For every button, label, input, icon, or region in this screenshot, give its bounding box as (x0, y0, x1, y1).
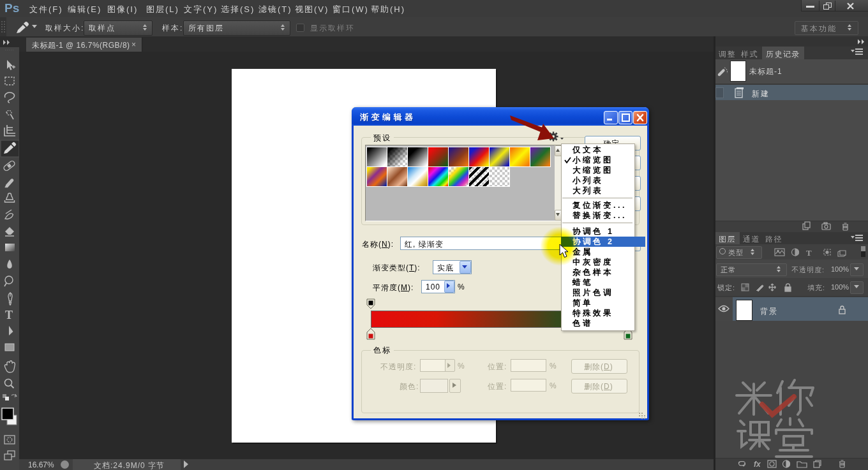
svg-text:T: T (806, 248, 812, 257)
svg-text:fx: fx (754, 460, 761, 469)
svg-text:T: T (5, 309, 13, 321)
